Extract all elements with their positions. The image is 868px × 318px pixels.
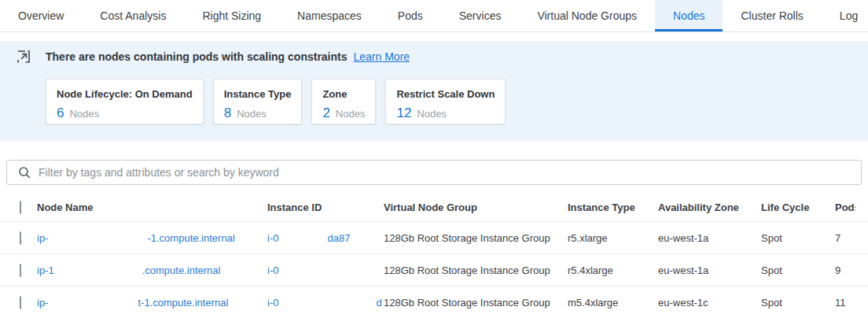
tab-pods[interactable]: Pods xyxy=(380,0,441,31)
node-name-link[interactable]: ip-t-1.compute.internal xyxy=(37,297,267,309)
tab-virtual-node-groups[interactable]: Virtual Node Groups xyxy=(519,0,655,31)
instance-id-link[interactable]: i-0da87 xyxy=(267,232,384,244)
table-header-row: Node NameInstance IDVirtual Node GroupIn… xyxy=(0,193,868,221)
instance-id-link[interactable]: i-0d xyxy=(267,297,384,309)
tab-right-sizing[interactable]: Right Sizing xyxy=(184,0,279,31)
constraint-card-node-lifecycle-on-demand[interactable]: Node Lifecycle: On Demand6Nodes xyxy=(46,79,204,124)
tab-nodes[interactable]: Nodes xyxy=(655,0,723,31)
constraint-card-zone[interactable]: Zone2Nodes xyxy=(311,79,376,124)
table-row: ip--1.compute.internali-0da87128Gb Root … xyxy=(0,221,868,253)
card-unit: Nodes xyxy=(237,108,267,120)
column-header-node-name: Node Name xyxy=(37,202,267,213)
filter-bar xyxy=(6,160,862,185)
column-header-instance-type: Instance Type xyxy=(568,202,658,213)
instance-type-cell: r5.xlarge xyxy=(568,232,658,244)
pods-cell: 11 xyxy=(835,297,855,309)
constraint-card-restrict-scale-down[interactable]: Restrict Scale Down12Nodes xyxy=(385,79,506,124)
card-title: Instance Type xyxy=(224,88,292,100)
tab-bar: OverviewCost AnalysisRight SizingNamespa… xyxy=(0,0,868,32)
card-unit: Nodes xyxy=(69,108,99,120)
search-icon xyxy=(18,166,31,179)
card-title: Node Lifecycle: On Demand xyxy=(57,88,193,100)
column-header-instance-id: Instance ID xyxy=(267,202,384,213)
row-checkbox[interactable] xyxy=(20,231,21,245)
card-count: 6 xyxy=(57,105,64,121)
filter-input[interactable] xyxy=(39,166,853,179)
learn-more-link[interactable]: Learn More xyxy=(354,50,410,63)
column-header-virtual-node-group: Virtual Node Group xyxy=(384,202,568,213)
pods-cell: 9 xyxy=(835,264,855,276)
constraint-card-instance-type[interactable]: Instance Type8Nodes xyxy=(213,79,303,124)
virtual-node-group-cell: 128Gb Root Storage Instance Group xyxy=(384,297,568,309)
virtual-node-group-cell: 128Gb Root Storage Instance Group xyxy=(384,264,568,276)
life-cycle-cell: Spot xyxy=(761,297,835,309)
card-count: 8 xyxy=(224,105,231,121)
table-row: ip-t-1.compute.internali-0d128Gb Root St… xyxy=(0,286,868,318)
card-count: 12 xyxy=(396,105,411,121)
tab-overview[interactable]: Overview xyxy=(0,0,82,31)
column-header-pods: Pods xyxy=(835,202,855,213)
availability-zone-cell: eu-west-1a xyxy=(658,264,761,276)
card-title: Restrict Scale Down xyxy=(396,88,495,100)
card-unit: Nodes xyxy=(417,108,447,120)
node-name-link[interactable]: ip-1.compute.internal xyxy=(37,264,267,276)
virtual-node-group-cell: 128Gb Root Storage Instance Group xyxy=(384,232,568,244)
tab-namespaces[interactable]: Namespaces xyxy=(279,0,380,31)
instance-type-cell: m5.4xlarge xyxy=(568,297,658,309)
column-header-life-cycle: Life Cycle xyxy=(761,202,835,213)
pods-cell: 7 xyxy=(835,232,855,244)
row-checkbox[interactable] xyxy=(20,296,21,309)
column-header-availability-zone: Availability Zone xyxy=(658,202,761,213)
row-checkbox[interactable] xyxy=(20,264,21,277)
availability-zone-cell: eu-west-1c xyxy=(658,297,761,309)
nodes-table: Node NameInstance IDVirtual Node GroupIn… xyxy=(0,193,868,318)
tab-cluster-rolls[interactable]: Cluster Rolls xyxy=(723,0,821,31)
scaling-constraints-banner: There are nodes containing pods with sca… xyxy=(0,41,868,141)
card-unit: Nodes xyxy=(336,108,366,120)
select-all-checkbox[interactable] xyxy=(20,201,21,214)
card-title: Zone xyxy=(322,88,365,100)
scaling-constraint-icon xyxy=(17,50,30,63)
tab-cost-analysis[interactable]: Cost Analysis xyxy=(82,0,184,31)
node-name-link[interactable]: ip--1.compute.internal xyxy=(37,232,267,244)
life-cycle-cell: Spot xyxy=(761,232,835,244)
life-cycle-cell: Spot xyxy=(761,264,835,276)
availability-zone-cell: eu-west-1a xyxy=(658,232,761,244)
constraint-cards: Node Lifecycle: On Demand6NodesInstance … xyxy=(46,79,868,124)
instance-id-link[interactable]: i-0 xyxy=(267,264,384,276)
card-count: 2 xyxy=(322,105,329,121)
table-body: ip--1.compute.internali-0da87128Gb Root … xyxy=(0,221,868,318)
table-row: ip-1.compute.internali-0128Gb Root Stora… xyxy=(0,253,868,286)
instance-type-cell: r5.4xlarge xyxy=(568,264,658,276)
tab-log[interactable]: Log xyxy=(822,0,868,31)
tab-services[interactable]: Services xyxy=(441,0,520,31)
banner-message: There are nodes containing pods with sca… xyxy=(46,50,348,63)
